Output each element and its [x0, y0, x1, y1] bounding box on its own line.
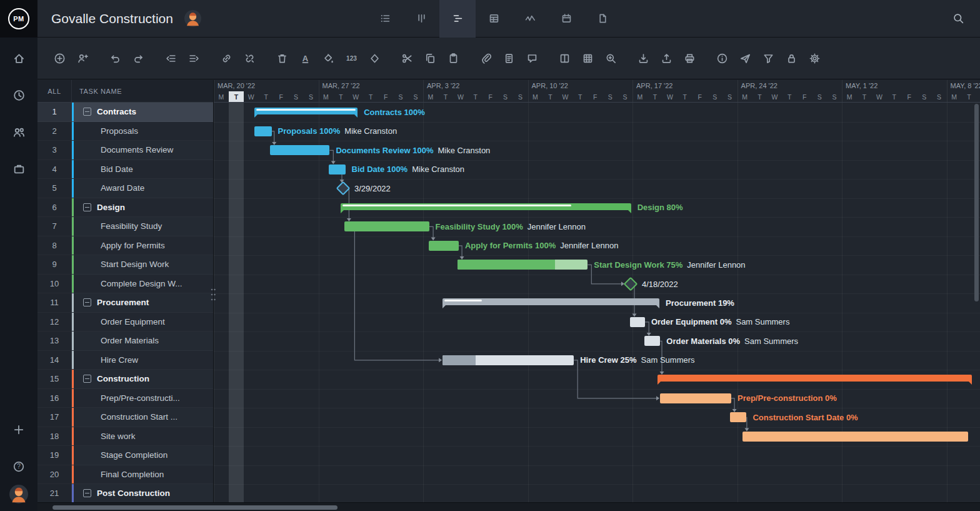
task-name-cell[interactable]: Feasibility Study: [72, 217, 213, 236]
task-row-number[interactable]: 14: [38, 351, 72, 370]
rail-clock-button[interactable]: [0, 77, 38, 114]
task-row-21[interactable]: 21Post Construction: [38, 484, 213, 503]
rail-plus-button[interactable]: [0, 411, 38, 448]
redo-button[interactable]: [131, 51, 145, 65]
indent-button[interactable]: [187, 51, 201, 65]
task-row-20[interactable]: 20Final Completion: [38, 465, 213, 485]
task-row-5[interactable]: 5Award Date: [38, 179, 213, 198]
lock-button[interactable]: [784, 51, 798, 65]
task-name-cell[interactable]: Order Equipment: [72, 313, 213, 332]
task-bar-2[interactable]: [254, 126, 272, 136]
task-row-13[interactable]: 13Order Materials: [38, 331, 213, 351]
scissors-button[interactable]: [400, 51, 414, 65]
task-name-cell[interactable]: Proposals: [72, 122, 213, 141]
task-row-number[interactable]: 12: [38, 313, 72, 332]
task-row-number[interactable]: 16: [38, 389, 72, 408]
milestone-diamond-button[interactable]: [368, 51, 381, 65]
task-bar-14[interactable]: [442, 355, 574, 365]
task-row-number[interactable]: 3: [38, 141, 72, 160]
outdent-button[interactable]: [164, 51, 178, 65]
task-row-10[interactable]: 10Complete Design W...: [38, 275, 213, 294]
task-row-number[interactable]: 17: [38, 408, 72, 427]
unlink-button[interactable]: [242, 51, 256, 65]
undo-button[interactable]: [108, 51, 122, 65]
user-avatar[interactable]: [9, 485, 28, 503]
tab-list-view[interactable]: [367, 0, 403, 38]
send-button[interactable]: [738, 51, 752, 65]
task-row-number[interactable]: 7: [38, 217, 72, 236]
task-row-3[interactable]: 3Documents Review: [38, 141, 213, 160]
task-name-cell[interactable]: Start Design Work: [72, 255, 213, 275]
task-row-7[interactable]: 7Feasibility Study: [38, 217, 213, 236]
task-row-8[interactable]: 8Apply for Permits: [38, 236, 213, 256]
attach-button[interactable]: [479, 51, 492, 65]
grid-header-all[interactable]: ALL: [38, 80, 72, 102]
summary-bar-11[interactable]: [442, 298, 659, 305]
task-row-11[interactable]: 11Procurement: [38, 293, 213, 313]
collapse-icon[interactable]: [83, 298, 91, 306]
project-owner-avatar[interactable]: [184, 10, 201, 27]
task-name-cell[interactable]: Construction Start ...: [72, 408, 213, 427]
print-button[interactable]: [682, 51, 696, 65]
task-row-number[interactable]: 10: [38, 275, 72, 294]
task-bar-8[interactable]: [429, 241, 459, 251]
import-button[interactable]: [636, 51, 650, 65]
comment-button[interactable]: [525, 51, 539, 65]
task-row-2[interactable]: 2Proposals: [38, 122, 213, 141]
task-row-12[interactable]: 12Order Equipment: [38, 313, 213, 332]
collapse-icon[interactable]: [83, 489, 91, 497]
grid-table-button[interactable]: [581, 51, 594, 65]
task-row-number[interactable]: 9: [38, 255, 72, 275]
task-name-cell[interactable]: Final Completion: [72, 465, 213, 485]
tab-activity-view[interactable]: [512, 0, 548, 38]
task-name-cell[interactable]: Post Construction: [72, 484, 213, 503]
rail-portfolio-button[interactable]: [0, 151, 38, 188]
summary-bar-15[interactable]: [658, 375, 972, 382]
task-row-number[interactable]: 2: [38, 122, 72, 141]
vertical-scrollbar-thumb[interactable]: [974, 104, 979, 301]
collapse-icon[interactable]: [83, 108, 91, 116]
tab-gantt-view[interactable]: [439, 0, 476, 38]
task-row-number[interactable]: 15: [38, 370, 72, 389]
task-row-number[interactable]: 20: [38, 465, 72, 485]
tab-sheet-view[interactable]: [476, 0, 512, 38]
task-row-6[interactable]: 6Design: [38, 198, 213, 218]
task-row-number[interactable]: 13: [38, 331, 72, 351]
task-row-number[interactable]: 4: [38, 160, 72, 180]
rail-home-button[interactable]: [0, 40, 38, 77]
tab-board-view[interactable]: [403, 0, 439, 38]
task-name-cell[interactable]: Prep/Pre-constructi...: [72, 389, 213, 408]
rail-help-button[interactable]: ?: [0, 448, 38, 485]
filter-button[interactable]: [761, 51, 775, 65]
link-button[interactable]: [219, 51, 233, 65]
task-name-cell[interactable]: Award Date: [72, 179, 213, 198]
search-button[interactable]: [936, 13, 980, 24]
task-bar-13[interactable]: [644, 336, 660, 346]
tab-doc-view[interactable]: [584, 0, 621, 38]
task-row-15[interactable]: 15Construction: [38, 370, 213, 389]
panel-resize-handle[interactable]: [209, 285, 217, 304]
text-format-button[interactable]: A: [298, 51, 312, 65]
app-logo[interactable]: PM: [0, 0, 38, 38]
task-row-14[interactable]: 14Hire Crew: [38, 351, 213, 370]
plus-circle-button[interactable]: [52, 51, 66, 65]
task-name-cell[interactable]: Complete Design W...: [72, 275, 213, 294]
task-bar-12[interactable]: [630, 317, 645, 327]
trash-button[interactable]: [275, 51, 289, 65]
task-name-cell[interactable]: Design: [72, 198, 213, 218]
task-row-number[interactable]: 5: [38, 179, 72, 198]
task-bar-7[interactable]: [344, 221, 429, 231]
task-name-cell[interactable]: Stage Completion: [72, 446, 213, 465]
task-bar-17[interactable]: [730, 412, 746, 422]
columns-button[interactable]: [558, 51, 571, 65]
task-row-number[interactable]: 1: [38, 103, 72, 122]
task-row-number[interactable]: 18: [38, 427, 72, 447]
task-row-number[interactable]: 11: [38, 293, 72, 313]
task-row-17[interactable]: 17Construction Start ...: [38, 408, 213, 427]
task-bar-18[interactable]: [742, 432, 968, 442]
task-row-18[interactable]: 18Site work: [38, 427, 213, 447]
task-name-cell[interactable]: Contracts: [72, 103, 213, 122]
task-row-9[interactable]: 9Start Design Work: [38, 255, 213, 275]
collapse-icon[interactable]: [83, 203, 91, 211]
task-row-number[interactable]: 19: [38, 446, 72, 465]
